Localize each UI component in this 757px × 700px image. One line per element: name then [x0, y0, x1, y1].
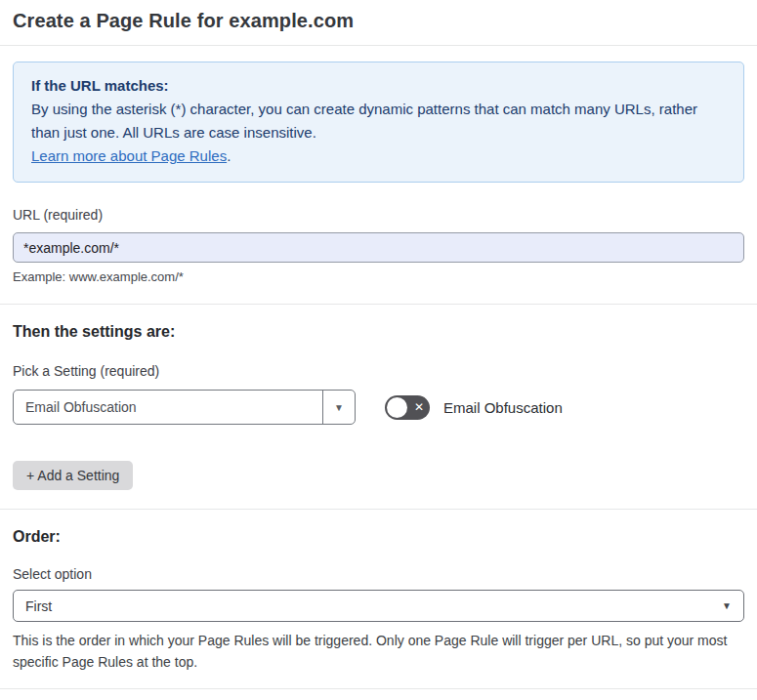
setting-toggle-group: ✕ Email Obfuscation: [385, 395, 563, 420]
section-divider-2: [0, 509, 757, 510]
setting-row: Email Obfuscation ▼ ✕ Email Obfuscation: [13, 390, 744, 425]
url-field-label: URL (required): [13, 207, 744, 223]
notice-heading: If the URL matches:: [31, 74, 726, 98]
setting-select-value: Email Obfuscation: [14, 399, 322, 415]
order-select-label: Select option: [13, 566, 744, 582]
setting-select-caret-button[interactable]: ▼: [322, 391, 355, 424]
footer-divider: [0, 688, 757, 689]
url-example-text: Example: www.example.com/*: [13, 269, 744, 284]
order-help-text: This is the order in which your Page Rul…: [13, 630, 744, 673]
pick-setting-label: Pick a Setting (required): [13, 363, 744, 379]
notice-link-row: Learn more about Page Rules.: [31, 144, 726, 168]
order-select-value: First: [25, 598, 52, 614]
add-setting-button[interactable]: + Add a Setting: [13, 461, 133, 490]
notice-body: By using the asterisk (*) character, you…: [31, 98, 726, 144]
section-divider-1: [0, 304, 757, 305]
order-select[interactable]: First ▼: [13, 590, 744, 622]
toggle-off-icon: ✕: [414, 401, 424, 413]
chevron-down-icon: ▼: [722, 600, 732, 611]
toggle-label: Email Obfuscation: [443, 399, 563, 416]
chevron-down-icon: ▼: [334, 402, 344, 413]
page-title: Create a Page Rule for example.com: [13, 10, 744, 45]
url-match-notice: If the URL matches: By using the asteris…: [13, 62, 744, 183]
settings-heading: Then the settings are:: [13, 323, 744, 341]
title-divider: [0, 45, 757, 46]
learn-more-link[interactable]: Learn more about Page Rules: [31, 147, 227, 164]
setting-select[interactable]: Email Obfuscation ▼: [13, 390, 356, 425]
email-obfuscation-toggle[interactable]: ✕: [385, 395, 430, 420]
url-input[interactable]: [13, 232, 744, 263]
order-heading: Order:: [13, 528, 744, 546]
page-rule-form: Create a Page Rule for example.com If th…: [0, 0, 757, 700]
notice-link-period: .: [227, 147, 231, 164]
toggle-knob: [387, 397, 407, 418]
